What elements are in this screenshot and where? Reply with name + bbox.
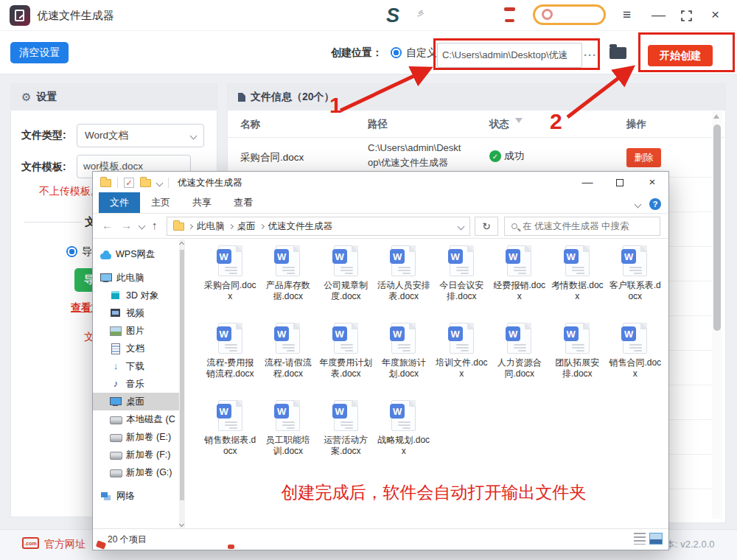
nav-item[interactable]: 3D 对象 (93, 287, 180, 304)
close-button[interactable]: × (711, 7, 719, 23)
nav-item-label: 此电脑 (116, 272, 144, 284)
nav-item[interactable]: ↓下载 (93, 357, 180, 375)
back-icon[interactable]: ← (102, 219, 113, 231)
file-item[interactable]: W销售合同.docx (607, 323, 665, 400)
quick-access-check-icon[interactable]: ✓ (124, 178, 134, 188)
word-file-icon: W (276, 400, 300, 431)
chevron-down-icon (190, 132, 198, 139)
breadcrumb[interactable]: 此电脑 桌面 优速文件生成器 (167, 217, 470, 236)
nav-item[interactable]: 桌面 (93, 393, 180, 410)
refresh-button[interactable]: ↻ (475, 217, 498, 236)
nav-item[interactable]: 此电脑 (93, 269, 180, 287)
file-item[interactable]: W经费报销.docx (491, 245, 549, 323)
custom-location-radio[interactable] (391, 47, 402, 58)
file-item[interactable]: W今日会议安排.docx (433, 245, 491, 323)
tab-file[interactable]: 文件 (99, 192, 140, 213)
nav-item-label: 新加卷 (F:) (126, 449, 170, 461)
maximize-button[interactable] (681, 9, 692, 25)
maximize-icon (616, 179, 624, 186)
file-item[interactable]: W销售数据表.docx (201, 400, 259, 477)
nav-item-label: 3D 对象 (126, 290, 158, 302)
table-scrollbar[interactable] (712, 111, 722, 519)
scrollbar-thumb[interactable] (713, 125, 721, 331)
tab-view[interactable]: 查看 (223, 192, 264, 213)
breadcrumb-folder[interactable]: 优速文件生成器 (268, 220, 333, 233)
start-create-button[interactable]: 开始创建 (648, 45, 713, 66)
import-create-radio[interactable] (66, 246, 77, 257)
word-file-icon: W (218, 400, 242, 431)
file-item[interactable]: W团队拓展安排.docx (548, 323, 607, 400)
file-item[interactable]: W战略规划.docx (375, 400, 433, 477)
nav-item[interactable]: ♪音乐 (93, 375, 180, 393)
explorer-close-button[interactable]: × (636, 172, 668, 194)
word-file-icon: W (450, 323, 474, 354)
app-logo-icon (10, 5, 30, 26)
scroll-up-icon[interactable] (179, 242, 184, 247)
word-file-icon: W (218, 245, 242, 276)
tree-scrollbar-thumb[interactable] (180, 250, 184, 500)
file-item[interactable]: W公司规章制度.docx (317, 245, 375, 323)
delete-button[interactable]: 删除 (626, 148, 661, 167)
item-count: 20 个项目 (108, 533, 147, 546)
column-status[interactable]: 状态 (489, 118, 509, 131)
nav-item[interactable]: 新加卷 (E:) (93, 428, 180, 446)
explorer-minimize-button[interactable]: — (571, 172, 604, 194)
file-item[interactable]: W流程-费用报销流程.docx (201, 323, 259, 400)
file-item[interactable]: W年度旅游计划.docx (375, 323, 433, 400)
file-item[interactable]: W活动人员安排表.docx (375, 245, 433, 323)
nav-item[interactable]: 网络 (93, 487, 180, 505)
address-dropdown-icon[interactable] (458, 223, 465, 230)
nav-item[interactable]: WPS网盘 (93, 245, 180, 263)
column-name[interactable]: 名称 (240, 118, 260, 131)
nav-item-label: 新加卷 (E:) (126, 431, 171, 444)
file-item[interactable]: W采购合同.docx (201, 245, 259, 323)
picture-icon (110, 326, 122, 336)
menu-icon[interactable]: ≡ (623, 7, 631, 23)
filter-funnel-icon[interactable] (515, 118, 523, 123)
official-site-link[interactable]: 官方网址 (44, 538, 85, 551)
ribbon-collapse-icon[interactable] (635, 201, 642, 209)
explorer-maximize-button[interactable] (604, 172, 636, 194)
file-item[interactable]: W考情数据.docx (548, 245, 607, 323)
scroll-up-arrow[interactable] (713, 114, 719, 119)
nav-item[interactable]: 文档 (93, 340, 180, 357)
file-item[interactable]: W人力资源合同.docx (491, 323, 549, 400)
file-item[interactable]: W流程-请假流程.docx (259, 323, 318, 400)
nav-item[interactable]: 视频 (93, 304, 180, 322)
scroll-down-icon[interactable] (179, 522, 184, 527)
history-chevron-icon[interactable] (139, 223, 146, 230)
nav-item[interactable]: 新加卷 (F:) (93, 446, 180, 463)
thumbnail-view-icon[interactable] (649, 533, 663, 545)
list-view-icon[interactable] (634, 533, 646, 545)
nav-item[interactable]: 本地磁盘 (C (93, 410, 180, 428)
help-icon[interactable]: ? (649, 198, 661, 210)
column-path[interactable]: 路径 (368, 118, 388, 131)
chevron-down-icon[interactable] (156, 179, 164, 186)
file-item[interactable]: W员工职能培训.docx (259, 400, 318, 477)
file-item[interactable]: W产品库存数据.docx (259, 245, 318, 323)
file-item[interactable]: W年度费用计划表.docx (317, 323, 375, 400)
file-name: 培训文件.docx (435, 357, 489, 379)
folder-icon (173, 223, 184, 231)
file-item[interactable]: W运营活动方案.docx (317, 400, 375, 477)
nav-item-label: 下载 (126, 360, 144, 373)
folder-icon[interactable] (140, 179, 151, 187)
minimize-button[interactable]: — (652, 7, 666, 23)
file-item[interactable]: W培训文件.docx (433, 323, 491, 400)
search-input[interactable]: 在 优速文件生成器 中搜索 (504, 217, 660, 236)
breadcrumb-desktop[interactable]: 桌面 (237, 220, 256, 233)
tab-share[interactable]: 共享 (181, 192, 223, 213)
tree-scrollbar[interactable] (179, 239, 185, 529)
tab-home[interactable]: 主页 (140, 192, 181, 213)
output-path-input[interactable] (437, 43, 582, 68)
file-type-select[interactable]: Word文档 (77, 124, 204, 147)
clear-settings-button[interactable]: 清空设置 (10, 42, 69, 63)
file-name: 销售合同.docx (609, 357, 663, 379)
nav-item[interactable]: 新加卷 (G:) (93, 463, 180, 481)
breadcrumb-this-pc[interactable]: 此电脑 (197, 220, 225, 233)
up-icon[interactable]: ↑ (152, 219, 158, 231)
browse-folder-icon[interactable] (609, 47, 626, 59)
nav-item[interactable]: 图片 (93, 322, 180, 340)
forward-icon[interactable]: → (121, 219, 132, 231)
file-item[interactable]: W客户联系表.docx (607, 245, 665, 323)
